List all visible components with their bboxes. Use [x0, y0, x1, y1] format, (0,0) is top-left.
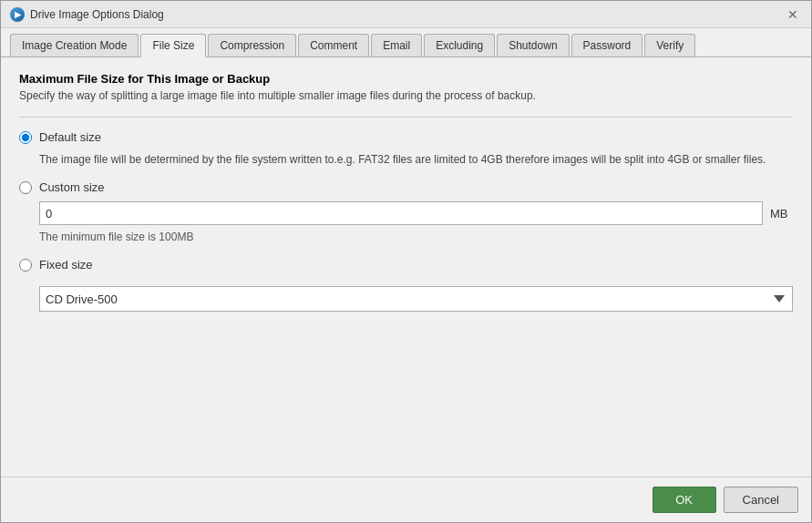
tab-compression[interactable]: Compression — [208, 34, 296, 56]
custom-size-text: Custom size — [39, 180, 105, 194]
tab-excluding[interactable]: Excluding — [424, 34, 495, 56]
min-size-note: The minimum file size is 100MB — [39, 231, 793, 243]
dialog: ▶ Drive Image Options Dialog ✕ Image Cre… — [0, 0, 812, 523]
default-size-radio[interactable] — [19, 131, 32, 144]
titlebar: ▶ Drive Image Options Dialog ✕ — [1, 1, 811, 28]
fixed-size-label[interactable]: Fixed size — [19, 258, 793, 272]
close-button[interactable]: ✕ — [784, 8, 802, 21]
section-description: Specify the way of splitting a large ima… — [19, 89, 793, 102]
default-size-group: Default size The image file will be dete… — [19, 130, 793, 168]
tab-bar: Image Creation Mode File Size Compressio… — [1, 28, 811, 57]
tab-shutdown[interactable]: Shutdown — [497, 34, 569, 56]
titlebar-left: ▶ Drive Image Options Dialog — [10, 7, 164, 22]
tab-email[interactable]: Email — [371, 34, 422, 56]
tab-password[interactable]: Password — [571, 34, 643, 56]
fixed-size-group: Fixed size CD Drive-500 DVD Drive-4.7GB … — [19, 258, 793, 312]
default-size-text: Default size — [39, 130, 101, 144]
cancel-button[interactable]: Cancel — [724, 487, 798, 513]
section-heading: Maximum File Size for This Image or Back… — [19, 72, 793, 86]
divider — [19, 117, 793, 118]
app-icon: ▶ — [10, 7, 25, 22]
custom-size-group: Custom size MB The minimum file size is … — [19, 180, 793, 243]
tab-image-creation-mode[interactable]: Image Creation Mode — [10, 34, 139, 56]
footer: OK Cancel — [1, 477, 811, 522]
dialog-title: Drive Image Options Dialog — [30, 8, 164, 21]
tab-file-size[interactable]: File Size — [140, 34, 206, 57]
ok-button[interactable]: OK — [653, 487, 716, 513]
fixed-size-select[interactable]: CD Drive-500 DVD Drive-4.7GB DVD Drive-8… — [39, 286, 793, 312]
default-size-label[interactable]: Default size — [19, 130, 793, 144]
custom-size-input[interactable] — [39, 201, 763, 225]
default-size-description: The image file will be determined by the… — [39, 151, 793, 168]
size-unit-label: MB — [770, 207, 793, 220]
tab-content: Maximum File Size for This Image or Back… — [1, 57, 811, 477]
tab-verify[interactable]: Verify — [644, 34, 695, 56]
fixed-size-text: Fixed size — [39, 258, 93, 272]
custom-size-radio[interactable] — [19, 181, 32, 194]
fixed-size-radio[interactable] — [19, 259, 32, 272]
custom-size-label[interactable]: Custom size — [19, 180, 793, 194]
custom-size-input-row: MB — [39, 201, 793, 225]
tab-comment[interactable]: Comment — [298, 34, 369, 56]
